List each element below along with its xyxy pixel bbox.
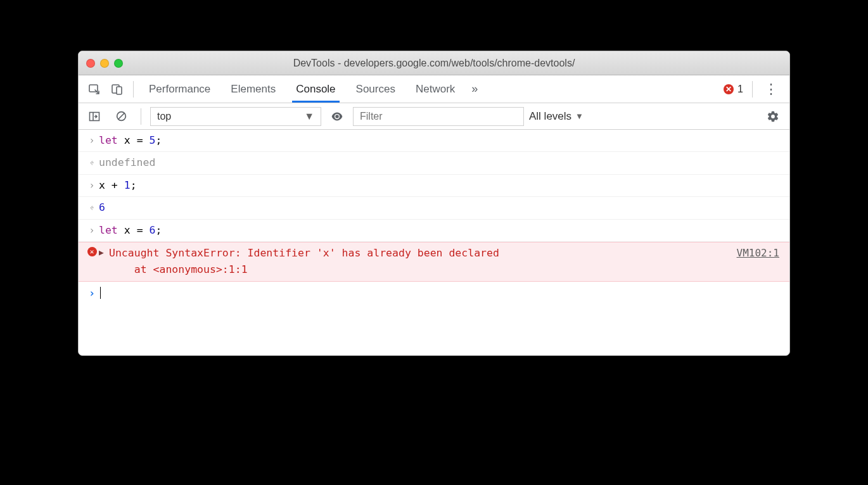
prompt-input[interactable] [99,284,783,301]
svg-line-6 [118,113,124,120]
error-source-link[interactable]: VM102:1 [737,245,783,261]
toolbar-divider [141,108,141,125]
expand-error-icon[interactable]: ▶ [99,245,109,260]
tab-console[interactable]: Console [286,75,345,103]
code-content: x + 1; [99,177,783,194]
toolbar-divider [133,81,134,98]
code-content: undefined [99,154,783,171]
clear-console-icon[interactable] [110,106,132,127]
error-icon: ✕ [85,245,99,256]
filter-input[interactable] [353,107,524,126]
error-icon: ✕ [724,84,734,94]
prompt-chevron-icon: › [85,284,99,302]
toggle-console-sidebar-icon[interactable] [84,106,105,127]
console-input-line: ›x + 1; [79,175,789,197]
console-toolbar: top ▼ All levels ▼ [79,103,789,130]
toolbar-divider [752,81,753,98]
console-output-line: ‹·6 [79,197,789,219]
chevron-down-icon: ▼ [575,111,584,121]
devtools-main-toolbar: PerformanceElementsConsoleSourcesNetwork… [79,75,789,103]
error-message: Uncaught SyntaxError: Identifier 'x' has… [109,245,737,279]
console-input-line: ›let x = 5; [79,130,789,152]
console-error-line: ✕▶Uncaught SyntaxError: Identifier 'x' h… [79,242,789,282]
chevron-down-icon: ▼ [304,111,314,122]
log-levels-select[interactable]: All levels ▼ [529,110,584,123]
tab-sources[interactable]: Sources [346,75,405,103]
close-window-button[interactable] [86,59,95,68]
devtools-window: DevTools - developers.google.com/web/too… [78,51,790,356]
error-count: 1 [737,84,743,95]
input-chevron-icon: › [85,177,99,193]
tab-network[interactable]: Network [405,75,465,103]
zoom-window-button[interactable] [114,59,123,68]
panel-tabs: PerformanceElementsConsoleSourcesNetwork [139,75,465,103]
console-output: ›let x = 5;‹·undefined›x + 1;‹·6›let x =… [79,130,789,355]
code-content: let x = 6; [99,222,783,239]
execution-context-select[interactable]: top ▼ [150,107,321,126]
code-content: 6 [99,199,783,216]
console-settings-icon[interactable] [762,110,784,123]
error-count-badge[interactable]: ✕ 1 [724,84,747,95]
tab-elements[interactable]: Elements [220,75,286,103]
window-title: DevTools - developers.google.com/web/too… [79,58,789,69]
console-prompt[interactable]: › [79,282,789,305]
window-titlebar: DevTools - developers.google.com/web/too… [79,51,789,75]
live-expression-icon[interactable] [326,106,348,127]
input-chevron-icon: › [85,222,99,238]
svg-rect-2 [117,87,122,94]
code-content: let x = 5; [99,132,783,149]
tab-performance[interactable]: Performance [139,75,220,103]
more-tabs-button[interactable]: » [466,82,483,96]
window-controls [86,59,123,68]
device-toolbar-icon[interactable] [106,79,128,100]
output-chevron-icon: ‹· [85,154,99,170]
levels-label: All levels [529,110,571,123]
console-input-line: ›let x = 6; [79,220,789,242]
context-value: top [157,111,171,122]
minimize-window-button[interactable] [100,59,109,68]
settings-menu-button[interactable]: ⋮ [758,81,784,98]
input-chevron-icon: › [85,132,99,148]
output-chevron-icon: ‹· [85,199,99,215]
inspect-element-icon[interactable] [84,79,105,100]
console-output-line: ‹·undefined [79,152,789,174]
